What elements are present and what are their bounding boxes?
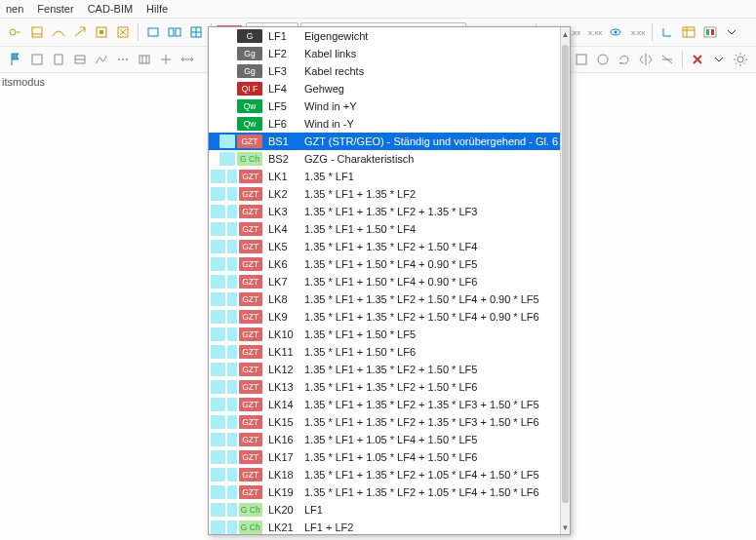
loadcase-row[interactable]: QwLF5Wind in +Y — [209, 97, 570, 115]
chevron-down-icon[interactable] — [722, 22, 741, 42]
loadcase-row[interactable]: GZTLK51.35 * LF1 + 1.35 * LF2 + 1.50 * L… — [209, 238, 570, 255]
shear-icon[interactable] — [92, 50, 111, 69]
visibility-icon[interactable] — [606, 22, 625, 42]
loadcase-code: LK20 — [268, 504, 299, 516]
table-icon[interactable] — [679, 22, 698, 42]
toolbar-icon[interactable]: x.xx — [627, 22, 647, 42]
svg-rect-28 — [139, 56, 149, 63]
menu-item[interactable]: Hilfe — [146, 3, 168, 15]
toolbar-icon[interactable] — [6, 22, 25, 42]
axes-icon[interactable] — [657, 22, 677, 42]
toolbar-icon[interactable] — [27, 22, 47, 42]
loadcase-row[interactable]: GZTLK151.35 * LF1 + 1.35 * LF2 + 1.35 * … — [209, 413, 570, 431]
loadcase-row[interactable]: GgLF2Kabel links — [209, 45, 570, 62]
close-icon[interactable] — [688, 50, 707, 69]
result-flag-icon[interactable] — [700, 22, 720, 42]
loadcase-row[interactable]: GZTLK171.35 * LF1 + 1.05 * LF4 + 1.50 * … — [209, 448, 570, 466]
loadcase-category-badge: Gg — [237, 47, 262, 60]
loadcase-indent-marker — [227, 345, 236, 359]
loadcase-code: LK18 — [268, 469, 299, 481]
loadcase-type-badge: GZT — [239, 257, 263, 271]
toolbar-icon[interactable] — [113, 22, 133, 42]
loadcase-row[interactable]: GZTBS1GZT (STR/GEO) - Ständig und vorübe… — [209, 133, 570, 150]
loadcase-row[interactable]: GZTLK181.35 * LF1 + 1.35 * LF2 + 1.05 * … — [209, 466, 570, 483]
loadcase-type-badge: GZT — [239, 205, 263, 218]
loadcase-indent-marker — [227, 415, 236, 429]
loadcase-row[interactable]: GZTLK161.35 * LF1 + 1.05 * LF4 + 1.50 * … — [209, 431, 570, 448]
loadcase-type-badge: GZT — [239, 328, 263, 341]
toolbar-icon[interactable] — [572, 50, 591, 69]
loadcase-code: LK9 — [268, 311, 299, 323]
scroll-down-icon[interactable]: ▼ — [561, 522, 570, 532]
loadcase-row[interactable]: GZTLK21.35 * LF1 + 1.35 * LF2 — [209, 185, 570, 203]
mirror-icon[interactable] — [636, 50, 656, 69]
loadcase-row[interactable]: GZTLK41.35 * LF1 + 1.50 * LF4 — [209, 220, 570, 238]
loadcase-row[interactable]: GZTLK81.35 * LF1 + 1.35 * LF2 + 1.50 * L… — [209, 290, 570, 308]
loadcase-row[interactable]: GZTLK141.35 * LF1 + 1.35 * LF2 + 1.35 * … — [209, 396, 570, 413]
loadcase-description: Kabel links — [304, 48, 570, 59]
dots-icon[interactable] — [113, 50, 133, 69]
loadcase-description: LF1 + LF2 — [304, 521, 570, 533]
loadcase-row[interactable]: GLF1Eigengewicht — [209, 27, 570, 45]
loadcase-marker — [211, 222, 225, 236]
toolbar-icon[interactable] — [135, 50, 154, 69]
loadcase-marker — [211, 205, 225, 218]
loadcase-row[interactable]: GZTLK121.35 * LF1 + 1.35 * LF2 + 1.50 * … — [209, 361, 570, 378]
loadcase-indent-marker — [227, 222, 236, 236]
loadcase-list[interactable]: GLF1EigengewichtGgLF2Kabel linksGgLF3Kab… — [209, 27, 570, 534]
scroll-up-icon[interactable]: ▲ — [561, 29, 570, 39]
loadcase-code: LK7 — [268, 276, 299, 288]
loadcase-marker — [211, 415, 225, 429]
loadcase-row[interactable]: GZTLK111.35 * LF1 + 1.50 * LF6 — [209, 343, 570, 361]
loadcase-row[interactable]: G ChLK20LF1 — [209, 501, 570, 519]
loadcase-indent-marker — [227, 328, 236, 341]
toolbar-icon[interactable] — [186, 22, 206, 42]
loadcase-type-badge: G Ch — [239, 521, 263, 534]
loadcase-indent-marker — [227, 503, 236, 517]
toolbar-icon[interactable]: x.xx — [584, 22, 604, 42]
loadcase-row[interactable]: G ChLK21LF1 + LF2 — [209, 519, 570, 534]
loadcase-row[interactable]: GZTLK91.35 * LF1 + 1.35 * LF2 + 1.50 * L… — [209, 308, 570, 326]
flag-icon[interactable] — [6, 50, 25, 69]
toolbar-icon[interactable] — [27, 50, 47, 69]
toolbar-icon[interactable] — [143, 22, 163, 42]
loadcase-row[interactable]: GZTLK11.35 * LF1 — [209, 168, 570, 185]
loadcase-code: LK13 — [268, 381, 299, 393]
menu-item[interactable]: Fenster — [37, 3, 73, 15]
loadcase-row[interactable]: GZTLK61.35 * LF1 + 1.50 * LF4 + 0.90 * L… — [209, 255, 570, 273]
loadcase-code: LF1 — [268, 30, 299, 42]
loadcase-row[interactable]: GZTLK131.35 * LF1 + 1.35 * LF2 + 1.50 * … — [209, 378, 570, 396]
toolbar-icon[interactable] — [49, 22, 68, 42]
scrollbar[interactable]: ▲ ▼ — [560, 27, 570, 534]
loadcase-dropdown-panel: GLF1EigengewichtGgLF2Kabel linksGgLF3Kab… — [208, 26, 571, 535]
menubar: nen Fenster CAD-BIM Hilfe — [0, 0, 756, 19]
scroll-thumb[interactable] — [562, 45, 569, 503]
loadcase-description: 1.35 * LF1 + 1.35 * LF2 + 1.05 * LF4 + 1… — [304, 469, 570, 481]
gear-icon[interactable] — [731, 50, 750, 69]
arrow-left-right-icon[interactable] — [178, 50, 197, 69]
loadcase-type-badge: GZT — [239, 292, 263, 306]
chevron-down-icon[interactable] — [709, 50, 729, 69]
loadcase-type-badge: GZT — [239, 363, 263, 376]
toolbar-icon[interactable] — [593, 50, 613, 69]
toolbar-icon[interactable] — [70, 22, 90, 42]
toolbar-icon[interactable] — [92, 22, 111, 42]
toolbar-icon[interactable] — [657, 50, 677, 69]
loadcase-marker — [211, 292, 225, 306]
toolbar-icon[interactable] — [70, 50, 90, 69]
loadcase-row[interactable]: G ChBS2GZG - Charakteristisch — [209, 150, 570, 168]
loadcase-row[interactable]: GZTLK71.35 * LF1 + 1.50 * LF4 + 0.90 * L… — [209, 273, 570, 290]
loadcase-row[interactable]: GZTLK31.35 * LF1 + 1.35 * LF2 + 1.35 * L… — [209, 203, 570, 220]
refresh-icon[interactable] — [615, 50, 634, 69]
menu-item[interactable]: CAD-BIM — [88, 3, 133, 15]
toolbar-icon[interactable] — [165, 22, 184, 42]
loadcase-row[interactable]: GgLF3Kabel rechts — [209, 62, 570, 80]
toolbar-icon[interactable] — [156, 50, 176, 69]
loadcase-row[interactable]: QwLF6Wind in -Y — [209, 115, 570, 133]
loadcase-row[interactable]: GZTLK191.35 * LF1 + 1.35 * LF2 + 1.05 * … — [209, 483, 570, 501]
loadcase-type-badge: GZT — [239, 450, 263, 464]
loadcase-row[interactable]: GZTLK101.35 * LF1 + 1.50 * LF5 — [209, 326, 570, 343]
section-icon[interactable] — [49, 50, 68, 69]
menu-item[interactable]: nen — [6, 3, 23, 15]
loadcase-row[interactable]: QI FLF4Gehweg — [209, 80, 570, 97]
